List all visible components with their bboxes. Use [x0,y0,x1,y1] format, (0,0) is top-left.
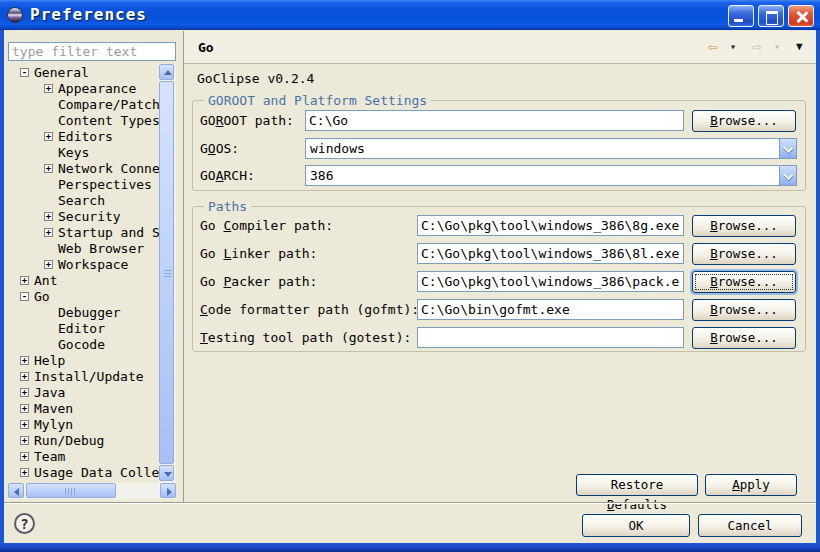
dropdown-arrow-icon[interactable] [779,166,796,185]
tree-item-label: Editors [58,129,113,144]
cancel-button[interactable]: Cancel [698,514,802,537]
back-button[interactable]: ⇦ [708,37,718,56]
scroll-thumb[interactable] [26,483,116,498]
tree-item[interactable]: + Help [8,352,159,368]
panel-divider [183,31,184,502]
tree-item[interactable]: Compare/Patch [8,96,159,112]
tree-item[interactable]: - Go [8,288,159,304]
minimize-button[interactable] [728,5,754,27]
restore-defaults-button[interactable]: Restore Defaults [576,474,698,496]
testing-path-input[interactable] [417,327,684,348]
tree-expander-icon[interactable]: + [44,260,53,269]
tree-expander-icon[interactable]: + [44,132,53,141]
linker-path-label: Go Linker path: [200,246,317,261]
page-header: Go ⇦ ▾ ⇨ ▾ ▼ [184,31,816,64]
tree-expander-icon[interactable]: + [20,356,29,365]
footer-divider [4,502,816,504]
tree-item[interactable]: + Java [8,384,159,400]
tree-expander-icon[interactable]: + [44,84,53,93]
goroot-browse-button[interactable]: Browse... [692,110,796,132]
title-bar: Preferences [0,0,820,30]
tree-item-label: Go [34,289,50,304]
preferences-tree: - General + Appearance Compare/Patch Con… [8,64,159,483]
tree-item-label: Compare/Patch [58,97,159,112]
forward-button[interactable]: ⇨ [752,37,762,56]
tree-expander-icon[interactable]: + [20,388,29,397]
tree-expander-icon[interactable]: + [44,212,53,221]
tree-expander-icon[interactable]: + [44,228,53,237]
scroll-down-icon [164,472,172,477]
forward-menu-icon[interactable]: ▾ [774,41,780,52]
tree-item[interactable]: + Usage Data Collect [8,464,159,480]
tree-item[interactable]: + Ant [8,272,159,288]
linker-path-input[interactable] [417,243,684,264]
tree-item[interactable]: + Mylyn [8,416,159,432]
goarch-value: 386 [310,168,333,183]
tree-item[interactable]: Web Browser [8,240,159,256]
tree-expander-icon[interactable]: + [20,420,29,429]
tree-item[interactable]: Search [8,192,159,208]
help-button[interactable]: ? [14,513,35,534]
ok-button[interactable]: OK [582,514,690,537]
packer-path-input[interactable] [417,271,684,292]
help-icon: ? [20,516,28,532]
tree-item[interactable]: + Network Connect [8,160,159,176]
tree-vertical-scrollbar[interactable] [159,64,176,483]
packer-path-label: Go Packer path: [200,274,317,289]
tree-expander-icon[interactable]: + [20,468,29,477]
tree-item[interactable]: + Maven [8,400,159,416]
tree-expander-icon[interactable]: + [20,372,29,381]
tree-item[interactable]: + Workspace [8,256,159,272]
tree-item[interactable]: + Startup and Shu [8,224,159,240]
tree-expander-icon[interactable]: + [20,276,29,285]
goroot-path-input[interactable] [305,110,684,131]
tree-expander-icon[interactable]: - [20,68,29,77]
tree-item-label: Usage Data Collect [34,465,159,480]
formatter-path-input[interactable] [417,299,684,320]
tree-item[interactable]: Content Types [8,112,159,128]
compiler-path-input[interactable] [417,215,684,236]
tree-item[interactable]: + Security [8,208,159,224]
scroll-up-button[interactable] [159,64,174,80]
tree-item[interactable]: + Appearance [8,80,159,96]
tree-item[interactable]: Debugger [8,304,159,320]
tree-item[interactable]: + Run/Debug [8,432,159,448]
tree-expander-icon[interactable]: - [20,292,29,301]
window-title: Preferences [30,5,147,24]
formatter-browse-button[interactable]: Browse... [692,299,796,321]
scroll-left-button[interactable] [8,483,24,498]
tree-item[interactable]: + Editors [8,128,159,144]
goarch-select[interactable]: 386 [305,165,797,186]
dropdown-arrow-icon[interactable] [779,139,796,158]
apply-button[interactable]: Apply [705,474,797,496]
tree-item[interactable]: Keys [8,144,159,160]
tree-item-label: Workspace [58,257,128,272]
tree-horizontal-scrollbar[interactable] [8,483,176,499]
tree-expander-icon[interactable]: + [44,164,53,173]
testing-browse-button[interactable]: Browse... [692,327,796,349]
compiler-browse-button[interactable]: Browse... [692,215,796,237]
scroll-down-button[interactable] [159,465,174,481]
close-button[interactable] [788,5,814,27]
back-menu-icon[interactable]: ▾ [730,41,736,52]
tree-item[interactable]: - General [8,64,159,80]
tree-item-label: Startup and Shu [58,225,159,240]
view-menu-button[interactable]: ▼ [796,40,803,53]
scroll-thumb[interactable] [159,81,174,464]
linker-browse-button[interactable]: Browse... [692,243,796,265]
tree-item-label: Mylyn [34,417,73,432]
tree-expander-icon[interactable]: + [20,452,29,461]
tree-expander-icon[interactable]: + [20,436,29,445]
packer-browse-button[interactable]: Browse... [692,271,796,293]
tree-expander-icon[interactable]: + [20,404,29,413]
tree-item[interactable]: Editor [8,320,159,336]
goos-select[interactable]: windows [305,138,797,159]
scroll-right-button[interactable] [160,483,176,498]
tree-item-label: Network Connect [58,161,159,176]
filter-input[interactable] [8,42,176,61]
maximize-button[interactable] [758,5,784,27]
tree-item[interactable]: Gocode [8,336,159,352]
tree-item[interactable]: + Team [8,448,159,464]
tree-item[interactable]: Perspectives [8,176,159,192]
tree-item[interactable]: + Install/Update [8,368,159,384]
